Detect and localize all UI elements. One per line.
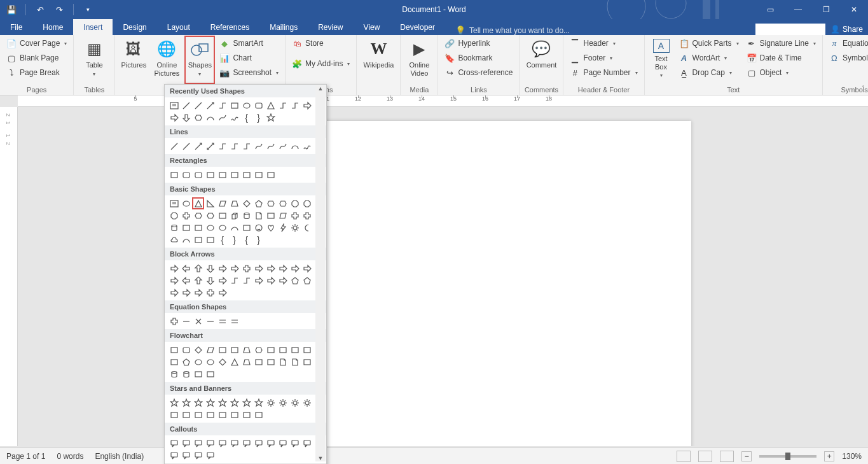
chart-button[interactable]: 📊Chart <box>217 51 281 65</box>
shape-tri-17[interactable] <box>228 356 240 368</box>
tab-layout[interactable]: Layout <box>157 19 200 35</box>
shape-rect-7[interactable] <box>252 169 265 181</box>
shape-callout-6[interactable] <box>240 437 252 449</box>
shape-sun-10[interactable] <box>289 397 301 409</box>
shape-rect-4[interactable] <box>216 344 228 356</box>
shape-elbow-18[interactable] <box>240 274 252 286</box>
shape-rect-15[interactable] <box>204 409 216 421</box>
shape-curve-16[interactable] <box>216 111 228 123</box>
shape-rarrow-7[interactable] <box>252 262 265 274</box>
shape-star-7[interactable] <box>252 397 265 409</box>
shape-rect-5[interactable] <box>228 99 240 111</box>
tab-file[interactable]: File <box>0 19 32 35</box>
shape-curve-7[interactable] <box>252 140 265 152</box>
shape-textbox-0[interactable] <box>168 197 180 209</box>
tab-insert[interactable]: Insert <box>73 19 113 35</box>
cover-page-button[interactable]: 📄Cover Page▾ <box>4 36 69 50</box>
tell-me-search[interactable]: 💡Tell me what you want to do... <box>455 25 570 35</box>
shape-rect-19[interactable] <box>252 356 265 368</box>
shape-callout-4[interactable] <box>216 437 228 449</box>
shape-rarrow-21[interactable] <box>277 274 289 286</box>
zoom-out-button[interactable]: − <box>741 451 752 461</box>
shape-rect-16[interactable] <box>216 209 228 221</box>
tab-mailings[interactable]: Mailings <box>259 19 308 35</box>
shape-cylinder-24[interactable] <box>168 368 180 380</box>
shape-uarrow-14[interactable] <box>192 274 204 286</box>
view-print-layout-button[interactable] <box>698 451 712 462</box>
wikipedia-button[interactable]: WWikipedia <box>361 36 396 83</box>
shape-rect-12[interactable] <box>168 409 180 421</box>
view-web-layout-button[interactable] <box>720 451 734 462</box>
shape-trap-5[interactable] <box>228 197 240 209</box>
shape-rect-10[interactable] <box>289 344 301 356</box>
shape-oval-14[interactable] <box>192 356 204 368</box>
search-input[interactable] <box>755 24 825 35</box>
shape-line-1[interactable] <box>180 99 192 111</box>
zoom-in-button[interactable]: + <box>824 451 834 461</box>
shape-para-3[interactable] <box>204 344 216 356</box>
shape-pent-7[interactable] <box>252 197 265 209</box>
shape-darrow-15[interactable] <box>204 274 216 286</box>
shape-rarrow-5[interactable] <box>228 262 240 274</box>
tab-review[interactable]: Review <box>308 19 353 35</box>
shape-rect-23[interactable] <box>301 356 313 368</box>
shape-callout-8[interactable] <box>265 437 277 449</box>
shape-rtri-3[interactable] <box>204 197 216 209</box>
shape-uarrow-2[interactable] <box>192 262 204 274</box>
shape-plus-6[interactable] <box>240 262 252 274</box>
shape-plus-0[interactable] <box>168 315 180 327</box>
shape-callout-7[interactable] <box>252 437 265 449</box>
shape-callout-11[interactable] <box>301 437 313 449</box>
shape-rect-17[interactable] <box>228 409 240 421</box>
shape-oval-27[interactable] <box>204 221 216 234</box>
collapse-ribbon-button[interactable]: ˆ <box>862 85 864 92</box>
shape-rarrow-10[interactable] <box>289 262 301 274</box>
ribbon-display-options-button[interactable]: ▭ <box>756 0 784 19</box>
drop-cap-button[interactable]: A̲Drop Cap▾ <box>677 66 741 80</box>
shape-rect-26[interactable] <box>192 221 204 234</box>
shape-rect-5[interactable] <box>228 344 240 356</box>
shape-dblarrow-3[interactable] <box>204 140 216 152</box>
shape-hex-7[interactable] <box>252 344 265 356</box>
shape-arc-29[interactable] <box>228 221 240 234</box>
shape-rarrow-16[interactable] <box>216 274 228 286</box>
shape-rarrow-8[interactable] <box>265 262 277 274</box>
shape-star-0[interactable] <box>168 397 180 409</box>
shape-plus-22[interactable] <box>289 209 301 221</box>
shape-rect-27[interactable] <box>204 368 216 380</box>
my-addins-button[interactable]: 🧩My Add-ins▾ <box>289 57 352 71</box>
document-area[interactable] <box>18 107 868 446</box>
close-button[interactable]: ✕ <box>840 0 868 19</box>
shape-docshape-22[interactable] <box>289 356 301 368</box>
shape-callout-12[interactable] <box>168 449 180 461</box>
shape-rect-8[interactable] <box>265 169 277 181</box>
shape-elbow-17[interactable] <box>228 274 240 286</box>
shape-rarrow-11[interactable] <box>301 262 313 274</box>
shape-rarrow-12[interactable] <box>168 111 180 123</box>
cross-reference-button[interactable]: ↪Cross-reference <box>442 66 515 80</box>
shape-scribble-17[interactable] <box>228 111 240 123</box>
save-button[interactable]: 💾 <box>4 2 19 17</box>
shape-rect-0[interactable] <box>168 344 180 356</box>
shape-callout-5[interactable] <box>228 437 240 449</box>
shape-rect-14[interactable] <box>192 409 204 421</box>
minimize-button[interactable]: — <box>784 0 812 19</box>
shape-octagon-12[interactable] <box>168 209 180 221</box>
shape-minus-1[interactable] <box>180 315 192 327</box>
screenshot-button[interactable]: 📷Screenshot▾ <box>217 66 281 80</box>
shape-rect-38[interactable] <box>192 234 204 246</box>
shape-rect-19[interactable] <box>252 409 265 421</box>
shape-callout-14[interactable] <box>192 449 204 461</box>
textbox-button[interactable]: AText Box▾ <box>649 36 674 83</box>
shape-rect-6[interactable] <box>240 169 252 181</box>
tab-developer[interactable]: Developer <box>390 19 445 35</box>
shape-oval-28[interactable] <box>216 221 228 234</box>
shape-trap-18[interactable] <box>240 356 252 368</box>
shape-oval-15[interactable] <box>204 356 216 368</box>
shape-hex-15[interactable] <box>204 209 216 221</box>
shape-line-1[interactable] <box>180 140 192 152</box>
shape-docshape-19[interactable] <box>252 209 265 221</box>
shape-star-4[interactable] <box>216 397 228 409</box>
shape-oval-6[interactable] <box>240 99 252 111</box>
shape-lightning-33[interactable] <box>277 221 289 234</box>
